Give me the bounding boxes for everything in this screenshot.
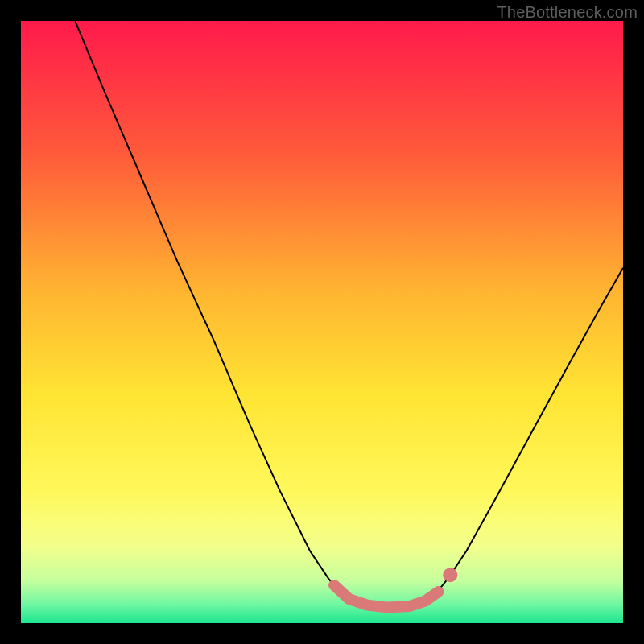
chart-plot bbox=[21, 21, 623, 623]
watermark-label: TheBottleneck.com bbox=[497, 3, 638, 22]
valley-end-marker bbox=[443, 568, 457, 582]
chart-canvas: TheBottleneck.com bbox=[0, 0, 644, 644]
gradient-background bbox=[21, 21, 623, 623]
